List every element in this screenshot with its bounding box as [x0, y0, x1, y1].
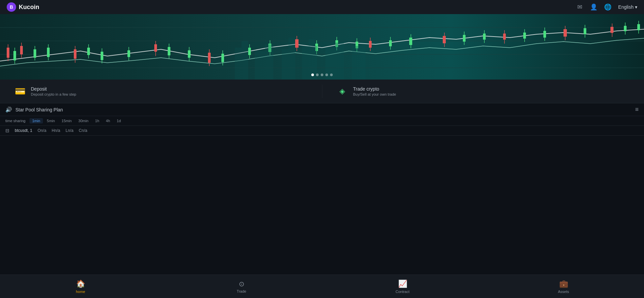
nav-trade-label: Trade — [237, 289, 246, 293]
banner-chart — [0, 14, 644, 80]
nav-assets[interactable]: 💼 Assets — [547, 277, 580, 296]
high-price: Hn/a — [52, 128, 60, 133]
svg-rect-76 — [265, 44, 273, 80]
nav-contract[interactable]: 📈 Contract — [386, 277, 419, 296]
time-btn-5min[interactable]: 5min — [44, 118, 58, 123]
time-btn-1d[interactable]: 1d — [114, 118, 123, 123]
nav-contract-label: Contract — [395, 290, 410, 294]
time-btn-4h[interactable]: 4h — [103, 118, 113, 123]
banner-dots — [311, 73, 333, 76]
logo-icon: B — [7, 2, 16, 12]
svg-rect-82 — [335, 43, 344, 80]
deposit-title: Deposit — [31, 86, 76, 92]
quick-actions-bar: 💳 Deposit Deposit crypto in a few step ◈… — [0, 80, 644, 103]
trade-crypto-title: Trade crypto — [353, 86, 396, 92]
trade-icon: ⊙ — [239, 280, 245, 288]
chart-title-row: 🔊 Star Pool Sharing Plan — [5, 106, 63, 113]
svg-rect-83 — [352, 46, 366, 80]
assets-icon: 💼 — [559, 280, 568, 288]
chevron-down-icon: ▾ — [635, 4, 637, 10]
header-actions: ✉ 👤 🌐 English ▾ — [576, 3, 637, 11]
banner-dot-4[interactable] — [325, 73, 328, 76]
sound-icon: 🔊 — [5, 106, 12, 113]
svg-rect-74 — [241, 41, 248, 80]
chart-header: 🔊 Star Pool Sharing Plan ≡ — [0, 103, 644, 116]
trade-crypto-subtitle: Buy/Sell at your own trade — [353, 92, 396, 96]
globe-icon[interactable]: 🌐 — [604, 3, 611, 11]
nav-trade[interactable]: ⊙ Trade — [225, 277, 258, 296]
user-icon[interactable]: 👤 — [590, 3, 597, 11]
close-price: Cn/a — [79, 128, 87, 133]
bottom-navigation: 🏠 home ⊙ Trade 📈 Contract 💼 Assets — [0, 275, 644, 298]
nav-home-label: home — [76, 290, 85, 294]
time-btn-1h[interactable]: 1h — [93, 118, 102, 123]
nav-assets-label: Assets — [558, 290, 569, 294]
app-header: B Kucoin ✉ 👤 🌐 English ▾ — [0, 0, 644, 14]
svg-rect-78 — [288, 38, 295, 80]
time-selector-bar: time sharing 1min 5min 15min 30min 1h 4h… — [0, 116, 644, 126]
time-label: time sharing — [5, 119, 25, 123]
symbol-info-bar: ⊟ btcusdt, 1 On/a Hn/a Ln/a Cn/a — [0, 126, 644, 136]
trade-crypto-icon: ◈ — [336, 85, 349, 98]
banner-dot-1[interactable] — [311, 73, 314, 76]
logo-area: B Kucoin — [7, 2, 39, 12]
open-price: On/a — [38, 128, 46, 133]
deposit-icon: 💳 — [13, 85, 27, 98]
low-price: Ln/a — [65, 128, 73, 133]
contract-icon: 📈 — [398, 280, 407, 288]
deposit-subtitle: Deposit crypto in a few step — [31, 92, 76, 96]
banner-dot-2[interactable] — [316, 73, 319, 76]
banner-dot-5[interactable] — [330, 73, 333, 76]
deposit-action[interactable]: 💳 Deposit Deposit crypto in a few step — [0, 83, 322, 100]
time-btn-30min[interactable]: 30min — [76, 118, 91, 123]
deposit-text: Deposit Deposit crypto in a few step — [31, 86, 76, 96]
main-chart-area — [0, 136, 644, 250]
app-name: Kucoin — [19, 4, 39, 11]
time-btn-1min[interactable]: 1min — [30, 118, 43, 123]
svg-rect-0 — [0, 14, 644, 80]
nav-home[interactable]: 🏠 home — [64, 277, 97, 296]
chart-title: Star Pool Sharing Plan — [15, 107, 63, 112]
language-selector[interactable]: English ▾ — [618, 4, 637, 10]
home-icon: 🏠 — [76, 280, 85, 288]
trade-crypto-text: Trade crypto Buy/Sell at your own trade — [353, 86, 396, 96]
language-label: English — [618, 4, 634, 10]
symbol-icon: ⊟ — [5, 128, 9, 133]
symbol-name: btcusdt, 1 — [15, 128, 32, 133]
trade-crypto-action[interactable]: ◈ Trade crypto Buy/Sell at your own trad… — [322, 83, 644, 100]
banner-dot-3[interactable] — [321, 73, 323, 76]
banner-section — [0, 14, 644, 80]
mail-icon[interactable]: ✉ — [576, 3, 583, 11]
time-btn-15min[interactable]: 15min — [59, 118, 74, 123]
hamburger-menu-icon[interactable]: ≡ — [635, 106, 639, 113]
